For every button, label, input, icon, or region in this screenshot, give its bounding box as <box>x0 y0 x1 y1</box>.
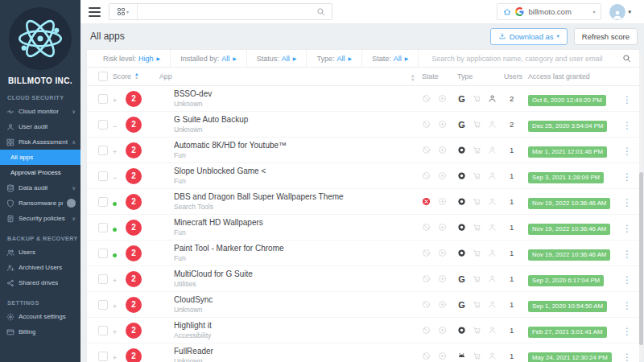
users-count: 1 <box>504 223 528 232</box>
app-name: CloudSync <box>174 295 407 304</box>
column-app[interactable]: App <box>159 72 407 80</box>
row-checkbox[interactable] <box>98 146 108 155</box>
sidebar-item-user-audit[interactable]: User audit <box>0 119 80 134</box>
app-name: MultiCloud for G Suite <box>174 269 407 278</box>
access-date-badge: Dec 25, 2020 3:54:04 PM <box>528 121 607 132</box>
row-checkbox[interactable] <box>98 352 108 361</box>
risk-score-badge: 2 <box>126 348 142 362</box>
risk-score-badge: 2 <box>126 91 142 107</box>
row-checkbox[interactable] <box>98 120 108 130</box>
sidebar-item-data-audit[interactable]: Data audit∨ <box>0 180 80 195</box>
row-menu-button[interactable]: ⋮ <box>618 249 636 260</box>
row-menu-button[interactable]: ⋮ <box>618 300 636 311</box>
billing-icon <box>6 328 14 336</box>
filter-type[interactable]: Type: All ▶ <box>307 50 362 67</box>
table-row[interactable]: 2Paint Tool - Marker for ChromeFun1Nov 1… <box>87 241 639 266</box>
table-row[interactable]: −2G Suite Auto BackupUnknownG2Dec 25, 20… <box>87 112 639 138</box>
person-icon <box>488 300 497 309</box>
row-checkbox[interactable] <box>98 326 108 335</box>
filter-state[interactable]: State: All ▶ <box>362 50 419 67</box>
user-menu[interactable]: ▾ <box>609 4 631 20</box>
column-state: State <box>422 72 457 80</box>
access-date-badge: Mar 1, 2021 12:01:46 PM <box>528 146 607 158</box>
global-search-input[interactable] <box>138 7 310 16</box>
sidebar-item-users[interactable]: Users <box>0 245 80 260</box>
sidebar-item-all-apps[interactable]: All apps <box>0 150 80 165</box>
scrollbar-track[interactable] <box>639 51 643 360</box>
search-icon[interactable] <box>622 54 631 63</box>
shield-icon <box>6 200 14 208</box>
row-menu-button[interactable]: ⋮ <box>618 146 636 157</box>
restricted-icon <box>422 120 431 129</box>
sidebar-item-account-settings[interactable]: Account settings <box>0 309 80 324</box>
scrollbar-thumb[interactable] <box>639 172 643 345</box>
row-menu-button[interactable]: ⋮ <box>618 352 636 362</box>
table-row[interactable]: 2DBS and Dragon Ball Super Wallpapers Th… <box>87 189 639 215</box>
row-menu-button[interactable]: ⋮ <box>618 171 636 183</box>
nav-section-title: SETTINGS <box>7 299 80 306</box>
mobile-icon <box>457 352 466 360</box>
row-checkbox[interactable] <box>98 197 108 207</box>
row-checkbox[interactable] <box>98 223 108 232</box>
filter-installed-by[interactable]: Installed by: All ▶ <box>171 50 247 67</box>
sidebar-item-label: Account settings <box>19 313 66 320</box>
monitor-icon <box>6 108 14 116</box>
sidebar-item-archived-users[interactable]: Archived Users <box>0 260 80 275</box>
search-icon[interactable] <box>310 7 332 16</box>
menu-toggle-button[interactable] <box>89 7 101 17</box>
refresh-score-button[interactable]: Refresh score <box>574 28 638 45</box>
nav-section-title: BACKUP & RECOVERY <box>7 235 80 242</box>
access-date-badge: Sep 3, 2021 1:28:09 PM <box>528 172 604 183</box>
row-checkbox[interactable] <box>98 249 108 258</box>
table-row[interactable]: +2FullReaderUnknown1May 24, 2021 12:30:2… <box>87 343 639 362</box>
row-checkbox[interactable] <box>98 94 108 104</box>
table-row[interactable]: +2CloudSyncUnknownG1Sep 1, 2020 10:54:50… <box>87 292 639 318</box>
sidebar-item-cloud-monitor[interactable]: Cloud monitor∨ <box>0 104 80 119</box>
sidebar-item-ransomware-protection[interactable]: Ransomware protection <box>0 195 80 211</box>
search-scope-dropdown[interactable]: ▾ <box>109 4 138 19</box>
person-icon <box>488 120 497 129</box>
domain-selector[interactable]: billmoto.com ▾ <box>497 3 601 20</box>
download-as-button[interactable]: Download as ▾ <box>490 28 568 45</box>
row-menu-button[interactable]: ⋮ <box>618 94 636 105</box>
table-row[interactable]: +2Highlight itAccessibility1Feb 27, 2021… <box>87 318 639 343</box>
access-date-badge: Feb 27, 2021 3:01:41 AM <box>528 327 607 338</box>
table-row[interactable]: 2Minecraft HD WallpapersFun1Nov 19, 2022… <box>87 215 639 241</box>
restricted-icon <box>422 223 431 232</box>
cart-icon <box>473 300 481 309</box>
users-count: 1 <box>504 197 528 206</box>
table-row[interactable]: +2MultiCloud for G SuiteUtilitiesG1Sep 2… <box>87 266 639 292</box>
row-menu-button[interactable]: ⋮ <box>618 120 636 131</box>
users-count: 1 <box>504 352 528 360</box>
table-row[interactable]: +2BSSO-devUnknownG2Oct 6, 2020 12:49:20 … <box>87 86 639 112</box>
chrome-icon <box>457 249 466 257</box>
sidebar-item-billing[interactable]: Billing <box>0 324 80 339</box>
table-search-input[interactable] <box>430 54 617 64</box>
risk-score-badge: 2 <box>126 194 142 210</box>
cart-icon <box>473 197 481 206</box>
filter-status[interactable]: Status: All ▶ <box>247 50 308 67</box>
sidebar-item-label: Users <box>19 249 35 256</box>
risk-score-badge: 2 <box>126 297 142 313</box>
select-all-checkbox[interactable] <box>98 72 108 81</box>
row-checkbox[interactable] <box>98 274 108 284</box>
row-menu-button[interactable]: ⋮ <box>618 326 636 337</box>
sidebar-item-approval-process[interactable]: Approval Process <box>0 165 80 180</box>
column-score[interactable]: Score ▲▼ <box>113 72 126 80</box>
sidebar-item-risk-assessment[interactable]: Risk Assessment∧ <box>0 134 80 150</box>
sidebar-item-shared-drives[interactable]: Shared drives <box>0 275 80 290</box>
table-row[interactable]: −2Slope Unblocked Game <Fun1Sep 3, 2021 … <box>87 163 639 189</box>
trend-plus-icon: + <box>113 277 117 285</box>
scope-icon <box>438 171 447 180</box>
row-checkbox[interactable] <box>98 171 108 181</box>
row-menu-button[interactable]: ⋮ <box>618 197 636 208</box>
row-menu-button[interactable]: ⋮ <box>618 274 636 286</box>
row-menu-button[interactable]: ⋮ <box>618 223 636 234</box>
sidebar-item-security-policies[interactable]: Security policies∨ <box>0 211 80 226</box>
filter-risk-level[interactable]: Risk level: High ▶ <box>87 50 171 67</box>
grid-icon <box>6 138 14 146</box>
sort-icon[interactable]: ▲▼ <box>411 74 415 82</box>
table-row[interactable]: +2Automatic 8K/HD for Youtube™Fun1Mar 1,… <box>87 138 639 163</box>
access-date-badge: Nov 19, 2022 10:36:46 AM <box>528 224 610 235</box>
row-checkbox[interactable] <box>98 300 108 310</box>
